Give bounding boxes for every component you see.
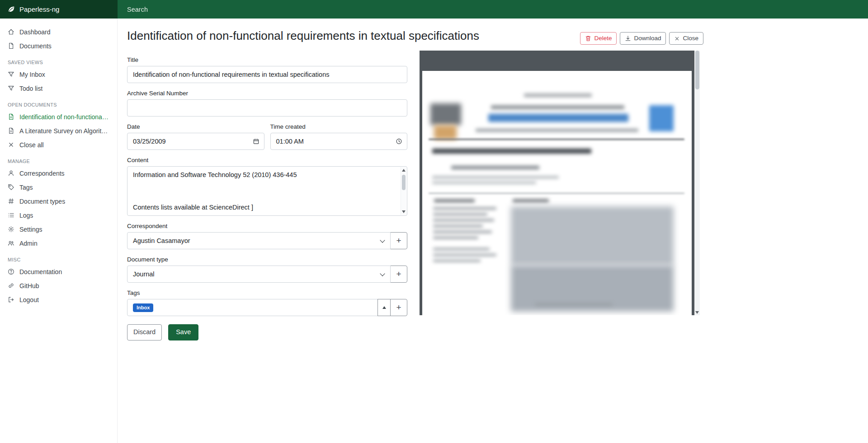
filter-icon (8, 71, 15, 78)
correspondent-label: Correspondent (127, 223, 407, 229)
sidebar-item-documentation[interactable]: Documentation (0, 265, 117, 279)
preview-blur-shape (429, 139, 684, 140)
asn-input[interactable] (127, 99, 407, 117)
sidebar-item-admin[interactable]: Admin (0, 236, 117, 250)
add-document-type-button[interactable]: + (390, 266, 407, 283)
date-value: 03/25/2009 (133, 138, 166, 145)
preview-blur-shape (434, 199, 475, 202)
sidebar-item-document-types[interactable]: Document types (0, 194, 117, 208)
time-input[interactable]: 01:00 AM (270, 133, 408, 150)
home-icon (8, 28, 15, 35)
close-button-label: Close (683, 35, 698, 42)
preview-blur-shape (433, 260, 481, 262)
sidebar-item-label: Correspondents (19, 170, 65, 177)
preview-blur-shape (513, 199, 549, 202)
correspondent-value: Agustin Casamayor (133, 237, 190, 244)
file-icon (8, 42, 15, 49)
sidebar-item-my-inbox[interactable]: My Inbox (0, 67, 117, 81)
close-button[interactable]: Close (669, 32, 703, 45)
document-type-value: Journal (133, 270, 155, 278)
content-scrollbar-thumb[interactable] (402, 175, 406, 190)
preview-blur-shape (433, 225, 483, 227)
tags-dropdown-toggle[interactable] (377, 299, 391, 316)
preview-scroll-down-icon[interactable] (695, 311, 699, 314)
sidebar-item-close-all[interactable]: Close all (0, 138, 117, 152)
content-scrollbar[interactable] (401, 167, 406, 215)
sidebar-item-correspondents[interactable]: Correspondents (0, 166, 117, 180)
content-field-group: Content Information and Software Technol… (127, 157, 407, 216)
preview-blur-shape (476, 129, 638, 132)
sidebar-item-open-doc-2[interactable]: A Literature Survey on Algorithms for Mu… (0, 124, 117, 138)
document-type-select[interactable]: Journal (127, 266, 391, 283)
sidebar-item-label: A Literature Survey on Algorithms for Mu… (19, 127, 109, 135)
sidebar-item-label: Logout (19, 296, 39, 303)
content-line-2: Contents lists available at ScienceDirec… (133, 204, 395, 211)
search-input[interactable] (127, 6, 398, 13)
preview-blur-shape (524, 93, 592, 97)
tags-field-group: Tags Inbox + (127, 289, 407, 316)
preview-page (422, 71, 692, 315)
file-text-icon (8, 127, 15, 134)
preview-blur-shape (535, 303, 612, 306)
title-input[interactable] (127, 66, 407, 83)
preview-blur-shape (433, 237, 478, 239)
date-time-row: Date 03/25/2009 Time created 01:00 AM (127, 123, 407, 150)
preview-blur-shape (433, 231, 492, 233)
sidebar: Dashboard Documents SAVED VIEWS My Inbox… (0, 19, 118, 443)
save-button[interactable]: Save (168, 324, 198, 340)
caret-up-icon (382, 306, 386, 309)
document-preview (420, 51, 694, 315)
preview-blur-shape (429, 193, 684, 194)
file-text-icon (8, 113, 15, 120)
sidebar-section-saved-views: SAVED VIEWS (8, 60, 109, 65)
preview-blur-shape (434, 125, 457, 140)
sidebar-item-label: Admin (19, 240, 38, 247)
page-title: Identification of non-functional require… (127, 28, 479, 43)
preview-blur-shape (432, 176, 559, 178)
question-circle-icon (8, 268, 15, 275)
sidebar-item-logs[interactable]: Logs (0, 208, 117, 222)
preview-blur-shape (433, 248, 490, 250)
discard-button[interactable]: Discard (127, 324, 162, 340)
scroll-up-icon[interactable] (402, 169, 406, 172)
close-icon (674, 36, 680, 42)
tags-input[interactable]: Inbox (127, 299, 378, 316)
download-button[interactable]: Download (620, 32, 666, 45)
content-textarea[interactable]: Information and Software Technology 52 (… (127, 166, 407, 216)
title-label: Title (127, 56, 407, 63)
sidebar-item-github[interactable]: GitHub (0, 279, 117, 293)
sidebar-item-tags[interactable]: Tags (0, 180, 117, 194)
sidebar-item-label: Tags (19, 184, 33, 191)
preview-blur-shape (491, 105, 624, 109)
sidebar-item-open-doc-1[interactable]: Identification of non-functional require… (0, 110, 117, 124)
preview-scrollbar-thumb[interactable] (695, 51, 699, 89)
document-type-label: Document type (127, 256, 407, 263)
time-field-group: Time created 01:00 AM (270, 123, 408, 150)
correspondent-select[interactable]: Agustin Casamayor (127, 232, 391, 249)
app-brand[interactable]: Paperless-ng (0, 0, 118, 19)
scroll-down-icon[interactable] (402, 210, 406, 213)
download-button-label: Download (634, 35, 661, 42)
preview-blur-shape (433, 207, 496, 210)
add-tag-button[interactable]: + (390, 299, 407, 316)
preview-scrollbar[interactable] (694, 51, 700, 315)
date-input[interactable]: 03/25/2009 (127, 133, 264, 150)
sidebar-item-dashboard[interactable]: Dashboard (0, 25, 117, 39)
preview-blur-shape (488, 114, 628, 122)
sidebar-item-todo-list[interactable]: Todo list (0, 81, 117, 95)
sidebar-item-label: Document types (19, 198, 65, 205)
sidebar-item-documents[interactable]: Documents (0, 39, 117, 53)
sidebar-item-settings[interactable]: Settings (0, 222, 117, 236)
delete-button[interactable]: Delete (580, 32, 617, 45)
tag-badge-inbox[interactable]: Inbox (133, 303, 153, 312)
main-content: Identification of non-functional require… (118, 19, 868, 443)
add-correspondent-button[interactable]: + (390, 232, 407, 249)
preview-blur-shape (433, 213, 487, 215)
time-label: Time created (270, 123, 408, 130)
asn-field-group: Archive Serial Number (127, 90, 407, 117)
sidebar-item-logout[interactable]: Logout (0, 293, 117, 307)
sidebar-item-label: GitHub (19, 282, 39, 289)
time-value: 01:00 AM (276, 138, 304, 145)
sidebar-item-label: Todo list (19, 85, 42, 92)
leaf-logo-icon (7, 5, 15, 14)
